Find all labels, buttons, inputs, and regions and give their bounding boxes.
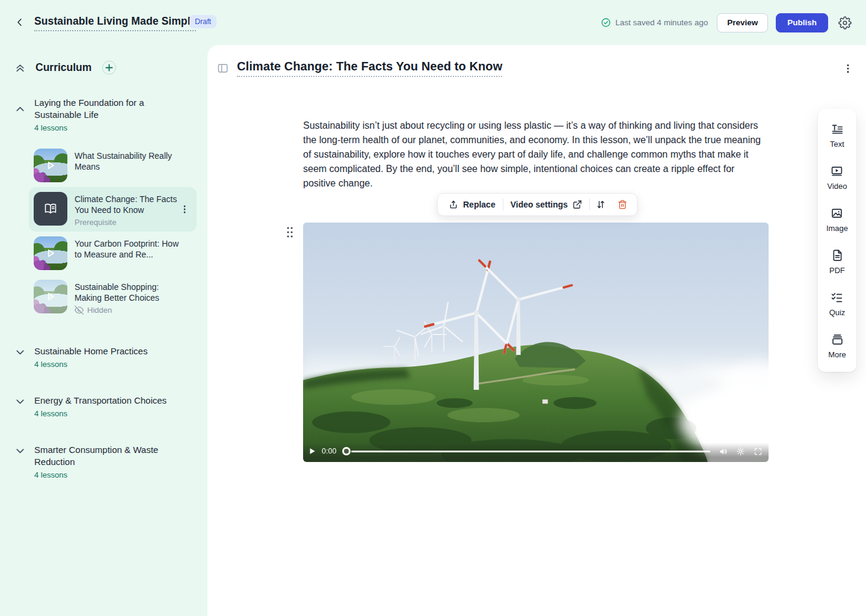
section-title: Sustainable Home Practices (34, 345, 147, 357)
volume-icon[interactable] (719, 447, 728, 456)
section-title: Energy & Transportation Choices (34, 395, 167, 407)
lesson-kebab-menu[interactable] (180, 205, 189, 214)
preview-button[interactable]: Preview (717, 13, 768, 32)
section-header-1[interactable]: Laying the Foundation for a Sustainable … (0, 97, 207, 132)
add-image-block-button[interactable]: Image (826, 207, 848, 233)
last-saved-text: Last saved 4 minutes ago (615, 18, 708, 27)
collapse-all-icon[interactable] (14, 62, 26, 73)
video-thumbnail (34, 149, 67, 182)
sidebar-toggle-icon[interactable] (217, 63, 229, 74)
play-icon (34, 280, 67, 313)
block-drag-handle[interactable] (286, 226, 293, 238)
block-label: Text (830, 140, 844, 149)
lesson-options-kebab[interactable] (843, 64, 853, 73)
add-pdf-block-button[interactable]: PDF (829, 249, 845, 275)
video-block-toolbar: Replace Video settings (437, 193, 637, 216)
check-circle-icon (601, 17, 611, 28)
reading-lesson-tile (34, 192, 67, 226)
video-settings-button[interactable]: Video settings (503, 194, 589, 215)
delete-block-button[interactable] (612, 194, 633, 215)
pdf-block-icon (831, 249, 844, 262)
add-section-button[interactable] (102, 61, 116, 75)
add-quiz-block-button[interactable]: Quiz (829, 291, 846, 317)
chevron-down-icon[interactable] (14, 396, 26, 407)
section-header-4[interactable]: Smarter Consumption & Waste Reduction 4 … (0, 444, 207, 479)
open-book-icon (43, 201, 58, 217)
progress-track[interactable] (351, 451, 710, 452)
course-builder-app: Sustainable Living Made Simple Draft Las… (0, 0, 866, 616)
lesson-editor-canvas: Climate Change: The Facts You Need to Kn… (207, 45, 866, 616)
video-player[interactable]: 0:00 (303, 223, 769, 462)
chevron-down-icon[interactable] (14, 445, 26, 457)
lesson-count: 4 lessons (34, 409, 167, 418)
lesson-title: Your Carbon Footprint: How to Measure an… (75, 238, 182, 260)
lesson-item-carbon-footprint[interactable]: Your Carbon Footprint: How to Measure an… (29, 232, 197, 275)
lesson-item-sustainable-shopping[interactable]: Sustainable Shopping: Making Better Choi… (29, 275, 197, 319)
lesson-list: What Sustainability Really Means Climate… (29, 144, 197, 319)
sort-arrows-icon (596, 200, 606, 209)
chevron-down-icon[interactable] (14, 346, 26, 358)
video-block-icon (831, 165, 843, 177)
curriculum-title: Curriculum (35, 61, 91, 74)
play-button[interactable] (308, 447, 316, 455)
lesson-count: 4 lessons (34, 360, 147, 369)
curriculum-sidebar: Curriculum Laying the Foundation for a S… (0, 45, 207, 616)
lesson-page-title[interactable]: Climate Change: The Facts You Need to Kn… (237, 60, 502, 77)
lesson-count: 4 lessons (34, 470, 176, 479)
fullscreen-icon[interactable] (754, 447, 763, 456)
add-text-block-button[interactable]: Text (830, 123, 844, 149)
play-icon (34, 149, 67, 182)
lesson-count: 4 lessons (34, 123, 176, 132)
lesson-body-text[interactable]: Sustainability isn’t just about recyclin… (303, 119, 770, 191)
lesson-item-what-sustainability[interactable]: What Sustainability Really Means (29, 144, 197, 187)
video-controls-bar: 0:00 (303, 443, 769, 462)
chevron-up-icon[interactable] (14, 103, 26, 115)
section-title: Laying the Foundation for a Sustainable … (34, 97, 176, 121)
chevron-left-icon (14, 17, 25, 28)
block-label: PDF (829, 266, 845, 275)
section-title: Smarter Consumption & Waste Reduction (34, 444, 176, 468)
topbar: Sustainable Living Made Simple Draft Las… (0, 0, 866, 45)
gear-icon (838, 16, 852, 29)
add-video-block-button[interactable]: Video (827, 165, 847, 191)
more-block-icon (831, 333, 844, 346)
text-block-icon (831, 123, 844, 135)
video-thumbnail-hidden (34, 280, 67, 313)
lesson-title: Sustainable Shopping: Making Better Choi… (75, 282, 182, 303)
course-title[interactable]: Sustainable Living Made Simple (34, 15, 196, 31)
block-label: Video (827, 182, 847, 191)
more-blocks-button[interactable]: More (828, 333, 846, 359)
content-blocks-panel: Text Video Image PDF Quiz More (818, 109, 856, 372)
block-label: More (828, 350, 846, 359)
replace-video-button[interactable]: Replace (441, 194, 503, 215)
lesson-meta-hidden: Hidden (75, 306, 182, 315)
player-settings-icon[interactable] (736, 447, 745, 456)
video-still-wind-turbines (303, 223, 769, 462)
lesson-item-climate-change[interactable]: Climate Change: The Facts You Need to Kn… (29, 187, 197, 232)
back-button[interactable] (13, 16, 26, 29)
video-timestamp: 0:00 (322, 447, 336, 455)
lesson-meta-prerequisite: Prerequisite (75, 218, 182, 227)
video-thumbnail (34, 236, 67, 270)
settings-gear-button[interactable] (838, 16, 852, 29)
curriculum-header: Curriculum (0, 45, 207, 75)
save-status: Last saved 4 minutes ago (601, 17, 708, 28)
section-header-3[interactable]: Energy & Transportation Choices 4 lesson… (0, 395, 207, 418)
plus-icon (105, 64, 113, 72)
scrubber-handle[interactable] (342, 447, 351, 455)
section-header-2[interactable]: Sustainable Home Practices 4 lessons (0, 345, 207, 369)
block-label: Image (826, 224, 848, 233)
reorder-block-button[interactable] (590, 194, 612, 215)
publish-button[interactable]: Publish (776, 13, 828, 32)
play-icon (34, 236, 67, 270)
upload-icon (449, 200, 458, 209)
external-link-icon (573, 200, 582, 209)
image-block-icon (831, 207, 843, 220)
status-badge: Draft (189, 15, 216, 28)
quiz-block-icon (831, 291, 843, 304)
lesson-title: What Sustainability Really Means (75, 150, 182, 172)
eye-off-icon (75, 306, 84, 315)
trash-icon (618, 200, 627, 209)
lesson-title: Climate Change: The Facts You Need to Kn… (75, 194, 182, 215)
block-label: Quiz (829, 308, 846, 317)
